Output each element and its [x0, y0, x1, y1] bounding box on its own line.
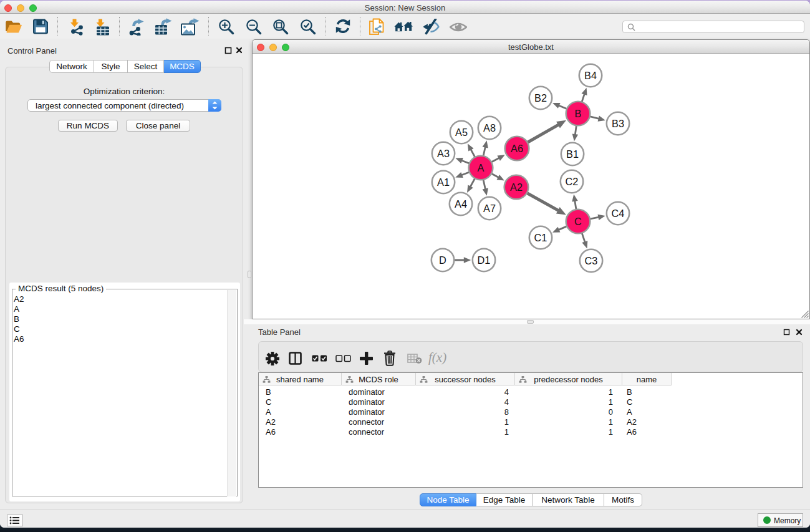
svg-text:B: B	[575, 108, 582, 119]
svg-text:D: D	[439, 254, 446, 266]
svg-text:A8: A8	[483, 122, 496, 133]
svg-text:C4: C4	[612, 208, 625, 219]
svg-text:B2: B2	[534, 92, 547, 104]
svg-text:A2: A2	[510, 181, 523, 193]
svg-text:A5: A5	[455, 127, 468, 138]
svg-text:A4: A4	[455, 198, 467, 210]
svg-text:B1: B1	[566, 148, 579, 160]
svg-text:C: C	[574, 216, 582, 227]
svg-text:A: A	[478, 162, 485, 173]
svg-text:C3: C3	[585, 255, 598, 266]
svg-text:A6: A6	[511, 143, 523, 154]
svg-text:C2: C2	[566, 176, 579, 187]
svg-text:A7: A7	[483, 203, 496, 214]
svg-text:B3: B3	[612, 118, 624, 129]
svg-text:D1: D1	[478, 254, 491, 266]
svg-text:B4: B4	[584, 70, 597, 81]
svg-text:A1: A1	[437, 177, 450, 188]
svg-text:A3: A3	[437, 148, 450, 159]
svg-text:C1: C1	[534, 232, 547, 243]
